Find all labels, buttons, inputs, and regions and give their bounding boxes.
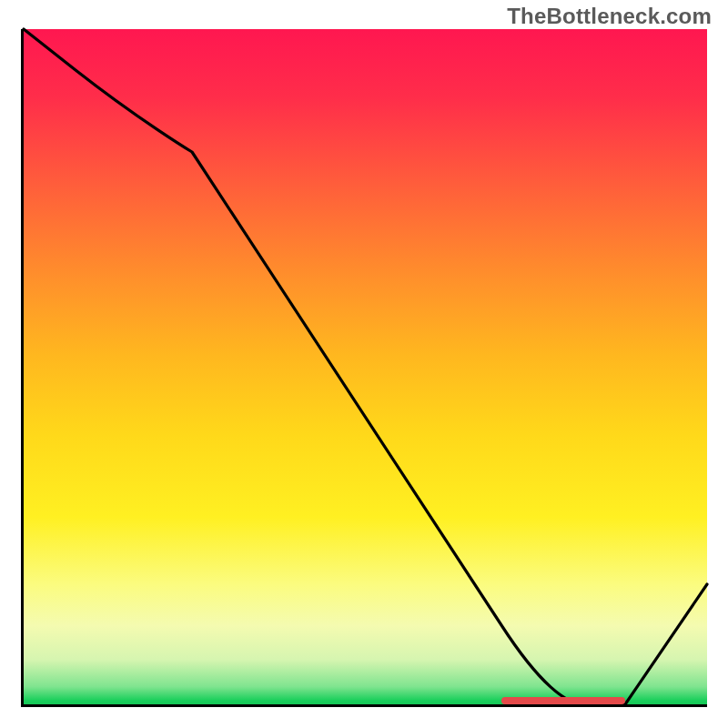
optimal-range-marker — [501, 697, 625, 704]
chart-container: TheBottleneck.com — [0, 0, 728, 728]
bottleneck-curve — [21, 29, 707, 707]
bottleneck-curve-path — [24, 29, 707, 704]
y-axis-line — [21, 29, 24, 707]
plot-outer — [21, 29, 707, 707]
watermark-text: TheBottleneck.com — [507, 4, 712, 29]
x-axis-line — [21, 704, 707, 707]
